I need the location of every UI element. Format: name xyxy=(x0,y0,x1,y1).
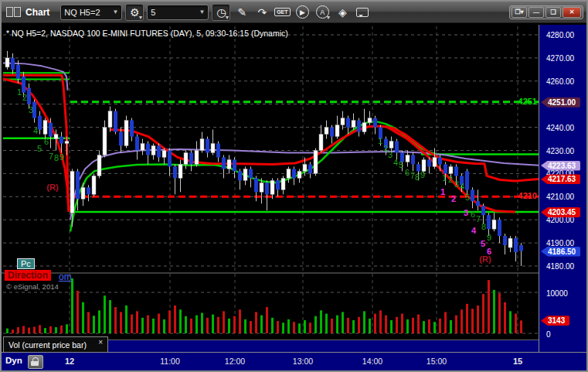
candle xyxy=(92,176,96,194)
candle xyxy=(314,151,318,174)
candle xyxy=(433,157,437,166)
count-green: 1 xyxy=(17,87,22,97)
volume-bar xyxy=(369,319,371,333)
candle xyxy=(476,201,480,206)
volume-bar xyxy=(515,314,517,333)
candle xyxy=(276,180,280,189)
volume-bar xyxy=(17,327,19,333)
candle xyxy=(481,206,485,215)
draw-tool-button[interactable]: ✎ xyxy=(233,5,250,20)
chevron-down-icon: ▼ xyxy=(199,9,205,15)
volume-bar xyxy=(417,315,420,333)
volume-bar xyxy=(158,314,160,333)
red-ma-prev xyxy=(3,79,69,212)
volume-bar xyxy=(244,319,246,333)
direction-study-badge[interactable]: Direction xyxy=(5,270,51,281)
volume-bar xyxy=(450,320,452,333)
volume-bar xyxy=(147,316,149,333)
get-data-button[interactable]: GET xyxy=(274,5,291,20)
volume-bar xyxy=(233,316,236,333)
candle xyxy=(357,121,361,132)
volume-bar xyxy=(287,319,290,333)
pencil-icon: ✎ xyxy=(237,6,246,19)
volume-bar xyxy=(298,323,301,333)
candle xyxy=(503,236,507,245)
time-interval-button[interactable]: ◷ ▼ xyxy=(212,4,230,21)
note-button[interactable] xyxy=(354,5,371,20)
count-green: 9 xyxy=(487,233,491,242)
volume-bar xyxy=(98,310,100,333)
play-button[interactable]: ▶ xyxy=(294,5,311,20)
chevron-down-icon: ▼ xyxy=(112,9,118,15)
chevron-down-icon: ▾ xyxy=(521,9,524,15)
reversal-label: (R) xyxy=(479,254,491,264)
dyn-mode-label[interactable]: Dyn xyxy=(5,356,22,365)
count-green: 2 xyxy=(22,93,27,102)
candle xyxy=(168,151,172,167)
volume-bar xyxy=(66,324,68,333)
volume-bar xyxy=(444,312,447,333)
window-panes-icon xyxy=(6,7,21,17)
candle xyxy=(70,171,74,213)
volume-bar xyxy=(374,314,376,333)
candle xyxy=(108,111,112,128)
volume-bar xyxy=(125,305,127,333)
chart-window: Chart NQ H5=2 ▼ ⚙ ▼ 5 ▼ ◷ ▼ ✎ ↷ GET ▶ A … xyxy=(0,0,588,372)
lock-icon[interactable] xyxy=(28,355,43,369)
volume-bar xyxy=(482,294,484,333)
candle xyxy=(498,220,501,236)
close-icon[interactable]: × xyxy=(98,338,103,346)
candle xyxy=(216,144,220,158)
minimize-button[interactable]: — xyxy=(529,7,544,18)
candle xyxy=(362,123,366,132)
count-green: 8 xyxy=(54,153,59,162)
candle xyxy=(178,164,182,178)
price-tag: 4251.00 xyxy=(541,97,580,108)
symbol-settings-button[interactable]: ⚙ ▼ xyxy=(125,4,144,21)
volume-bar xyxy=(423,321,425,333)
count-green: 8 xyxy=(415,172,420,182)
volume-bar xyxy=(179,309,182,333)
volume-bar xyxy=(174,305,176,333)
maximize-button[interactable]: ❑ xyxy=(546,7,561,18)
volume-bar xyxy=(320,310,322,333)
alerts-button[interactable]: A ▼ xyxy=(314,5,331,20)
candle xyxy=(254,178,258,192)
restore-button[interactable]: ❐▾ xyxy=(512,7,527,18)
volume-bar xyxy=(201,313,203,334)
window-title: Chart xyxy=(25,7,49,18)
volume-bar xyxy=(82,302,84,333)
symbol-select[interactable]: NQ H5=2 ▼ xyxy=(60,5,122,20)
candle xyxy=(297,171,301,178)
candle xyxy=(287,169,291,178)
volume-last-tag: 3143 xyxy=(541,316,569,326)
count-magenta: 3 xyxy=(464,208,468,217)
close-icon: ✕ xyxy=(569,9,575,15)
price-tick: 4240.00 xyxy=(546,124,574,132)
candle xyxy=(130,121,134,137)
time-label: 11:00 xyxy=(160,357,180,366)
volume-bar xyxy=(293,322,295,333)
interval-select[interactable]: 5 ▼ xyxy=(147,5,209,20)
volume-tab[interactable]: Vol (current price bar) × xyxy=(3,336,108,352)
count-green: 6 xyxy=(44,137,49,146)
count-green: 5 xyxy=(465,193,470,202)
candle xyxy=(373,118,377,128)
volume-bar xyxy=(141,318,144,333)
volume-bar xyxy=(477,305,479,333)
candle xyxy=(97,155,101,176)
refresh-icon: ↷ xyxy=(257,6,267,19)
chart-area[interactable]: 4180.004190.004200.004210.004220.004230.… xyxy=(2,23,586,370)
count-green: 5 xyxy=(37,144,42,153)
volume-bar xyxy=(309,323,311,333)
candle xyxy=(406,155,410,162)
time-axis-bar[interactable]: Dyn 1211:0012:0013:0014:0015:0015 xyxy=(2,352,586,371)
pc-study-badge[interactable]: Pc xyxy=(17,258,35,269)
close-button[interactable]: ✕ xyxy=(563,7,581,18)
price-tick: 4280.00 xyxy=(546,31,574,39)
volume-bar xyxy=(93,316,95,333)
candle xyxy=(211,144,215,153)
price-axis-panel[interactable]: 4180.004190.004200.004210.004220.004230.… xyxy=(539,25,587,352)
reload-button[interactable]: ↷ xyxy=(253,5,270,20)
navigate-button[interactable]: ◈ xyxy=(334,5,351,20)
